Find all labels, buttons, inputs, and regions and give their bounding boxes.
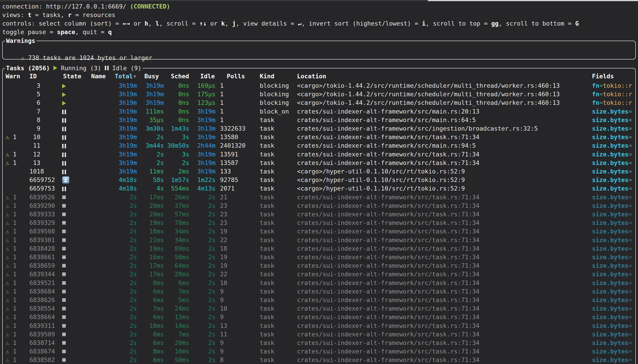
field-equals: = bbox=[628, 236, 632, 244]
task-row[interactable]: ⚠ 168387142s6ms20ms2s9taskcrates/sui-ind… bbox=[3, 339, 635, 347]
warnings-panel-title: Warnings bbox=[5, 36, 36, 45]
task-row[interactable]: ⚠ 168395082s18ms34ms2s19taskcrates/sui-i… bbox=[3, 227, 635, 236]
column-header-warn[interactable]: Warn bbox=[6, 72, 20, 80]
done-icon bbox=[62, 247, 66, 250]
cell-fields: size.bytes= bbox=[592, 322, 635, 330]
task-row[interactable]: ⚠ 168393292s19ms78ms2s23taskcrates/sui-i… bbox=[3, 218, 635, 227]
task-row[interactable]: ⚠ 168393332s20ms57ms2s23taskcrates/sui-i… bbox=[3, 210, 635, 218]
column-header-total[interactable]: Total▿ bbox=[115, 72, 137, 80]
task-row[interactable]: ⚠ 168393012s21ms34ms2s22taskcrates/sui-i… bbox=[3, 236, 635, 244]
column-header-id[interactable]: ID bbox=[30, 72, 37, 80]
field-key: size.bytes bbox=[592, 331, 628, 338]
column-header-state[interactable]: State bbox=[63, 72, 81, 80]
column-header-location[interactable]: Location bbox=[297, 72, 326, 80]
column-header-fields[interactable]: Fields bbox=[592, 72, 614, 80]
task-row[interactable]: 53h19m3h19m0ns175µs1blocking<cargo>/toki… bbox=[3, 90, 635, 98]
cell-id: 6839301 bbox=[30, 236, 42, 244]
cell-location: crates/sui-indexer-alt-framework/src/tas… bbox=[297, 287, 590, 296]
idle-icon bbox=[62, 152, 64, 157]
cell-warn: ⚠ 1 bbox=[6, 244, 28, 253]
task-row[interactable]: ⚠ 168385022s6ms50ms2s8taskcrates/sui-ind… bbox=[3, 356, 635, 364]
column-header-kind[interactable]: Kind bbox=[260, 72, 274, 80]
cell-polls: 21 bbox=[220, 193, 258, 202]
column-header-polls[interactable]: Polls bbox=[227, 72, 245, 80]
task-row[interactable]: ⚠ 168386262s6ms5ms2s9taskcrates/sui-inde… bbox=[3, 296, 635, 304]
field-value: tokio::r bbox=[603, 99, 632, 106]
field-key: size.bytes bbox=[592, 116, 628, 124]
task-row[interactable]: ⚠ 1 133h19m2s2s3h19m13587taskcrates/sui-… bbox=[3, 159, 635, 167]
cell-busy: 19ms bbox=[138, 244, 164, 253]
warning-triangle-icon: ⚠ bbox=[6, 322, 9, 329]
status-line-pause-quit: toggle pause = space, quit = q bbox=[2, 28, 638, 36]
cell-polls: 23 bbox=[220, 210, 258, 218]
task-row[interactable]: ⚠ 168386642s6ms13ms2s9taskcrates/sui-ind… bbox=[3, 313, 635, 321]
task-row[interactable]: ⚠ 168386592s17ms64ms2s19taskcrates/sui-i… bbox=[3, 262, 635, 270]
cell-kind: task bbox=[260, 133, 296, 142]
task-row[interactable]: 113h19m3m44s30m50s2h44m2401320taskcrates… bbox=[3, 142, 635, 150]
cell-idle: 2s bbox=[190, 279, 216, 287]
done-icon bbox=[62, 315, 66, 319]
text-segment: gg bbox=[491, 20, 498, 27]
task-row[interactable]: 10183h19m11ms2ms3h19m133task<cargo>/hype… bbox=[3, 167, 635, 176]
cell-total: 2s bbox=[89, 313, 137, 321]
cell-sched: 5ms bbox=[165, 296, 189, 304]
task-row[interactable]: ⚠ 1 103h19m2s3s3h19m13580taskcrates/sui-… bbox=[3, 133, 635, 142]
field-equals: = bbox=[628, 202, 632, 209]
task-row[interactable]: ⚠ 168386612s16ms50ms2s19taskcrates/sui-i… bbox=[3, 253, 635, 262]
task-row[interactable]: ⚠ 168386742s8ms10ms2s9taskcrates/sui-ind… bbox=[3, 347, 635, 356]
cell-sched: 2ms bbox=[165, 167, 189, 176]
field-equals: = bbox=[628, 254, 632, 260]
cell-fields: size.bytes= bbox=[592, 287, 635, 296]
field-value: tokio::r bbox=[603, 91, 632, 98]
cell-warn: ⚠ 1 bbox=[6, 313, 28, 321]
task-row[interactable]: ⚠ 168395212s8ms6ms2s10taskcrates/sui-ind… bbox=[3, 279, 635, 287]
task-row[interactable]: ⚠ 168395092s8ms7ms2s11taskcrates/sui-ind… bbox=[3, 330, 635, 339]
cell-kind: task bbox=[260, 193, 296, 202]
text-segment: , scroll to top = bbox=[426, 20, 492, 27]
task-row[interactable]: ⚠ 168386842s6ms7ms2s9taskcrates/sui-inde… bbox=[3, 287, 635, 296]
cell-location: crates/sui-indexer-alt-framework/src/tas… bbox=[297, 262, 590, 270]
field-key: size.bytes bbox=[592, 296, 628, 304]
field-equals: = bbox=[628, 194, 632, 201]
cell-polls: 9 bbox=[220, 347, 258, 356]
column-header-idle[interactable]: Idle bbox=[200, 72, 215, 80]
field-equals: = bbox=[628, 211, 632, 218]
task-row[interactable]: 63h19m3h19m0ns123µs1blocking<cargo>/toki… bbox=[3, 98, 635, 107]
text-segment: l bbox=[156, 20, 159, 27]
cell-state bbox=[62, 82, 72, 90]
field-equals: = bbox=[600, 99, 603, 106]
task-row[interactable]: ⚠ 1 123h19m2s3s3h19m13591taskcrates/sui-… bbox=[3, 150, 635, 159]
task-row[interactable]: ⚠ 168393112s10ms14ms2s13taskcrates/sui-i… bbox=[3, 322, 635, 330]
cell-total: 2s bbox=[89, 270, 137, 278]
cell-fields: size.bytes= bbox=[592, 124, 635, 133]
task-row[interactable]: ⚠ 168392902s20ms37ms2s23taskcrates/sui-i… bbox=[3, 202, 635, 210]
task-row[interactable]: 33h19m3h19m0ns169µs1blocking<cargo>/toki… bbox=[3, 82, 635, 90]
cell-total: 3h19m bbox=[89, 90, 137, 98]
task-row[interactable]: ⚠ 168384282s19ms89ms2s18taskcrates/sui-i… bbox=[3, 244, 635, 253]
column-header-name[interactable]: Name bbox=[91, 72, 106, 80]
column-header-sched[interactable]: Sched bbox=[171, 72, 189, 80]
column-header-busy[interactable]: Busy bbox=[144, 72, 159, 80]
cell-location: crates/sui-indexer-alt-framework/src/ing… bbox=[297, 124, 590, 133]
task-row[interactable]: ⚠ 168395262s17ms26ms2s21taskcrates/sui-i… bbox=[3, 193, 635, 202]
done-icon bbox=[62, 256, 66, 259]
warning-triangle-icon: ⚠ bbox=[6, 280, 9, 286]
field-key: size.bytes bbox=[592, 185, 628, 192]
task-row[interactable]: ⚠ 168385542s7ms24ms2s10taskcrates/sui-in… bbox=[3, 304, 635, 313]
field-key: size.bytes bbox=[592, 202, 628, 209]
task-row[interactable]: 66597524m18s58s1m57s1m22s92785task<cargo… bbox=[3, 176, 635, 184]
warning-count: 1 bbox=[9, 228, 16, 235]
field-key: size.bytes bbox=[592, 271, 628, 278]
warning-triangle-icon: ⚠ bbox=[6, 219, 9, 226]
task-row[interactable]: ⚠ 168393442s17ms28ms2s22taskcrates/sui-i… bbox=[3, 270, 635, 278]
cell-busy: 6ms bbox=[138, 339, 164, 347]
cell-busy: 11ms bbox=[138, 167, 164, 176]
task-table-body: 33h19m3h19m0ns169µs1blocking<cargo>/toki… bbox=[3, 82, 635, 364]
task-row[interactable]: 93h19m3m30s1m43s3h13m3322633taskcrates/s… bbox=[3, 124, 635, 133]
task-row[interactable]: 73h19m111ms0ns3h19m1block_oncrates/sui-i… bbox=[3, 107, 635, 116]
cell-busy: 3h19m bbox=[138, 82, 164, 90]
cell-location: crates/sui-indexer-alt-framework/src/tas… bbox=[297, 210, 590, 218]
field-equals: = bbox=[628, 280, 632, 286]
task-row[interactable]: 66597534m18s4s554ms4m13s2071task<cargo>/… bbox=[3, 184, 635, 193]
task-row[interactable]: 83h19m35µs0ns3h19m1taskcrates/sui-indexe… bbox=[3, 116, 635, 124]
